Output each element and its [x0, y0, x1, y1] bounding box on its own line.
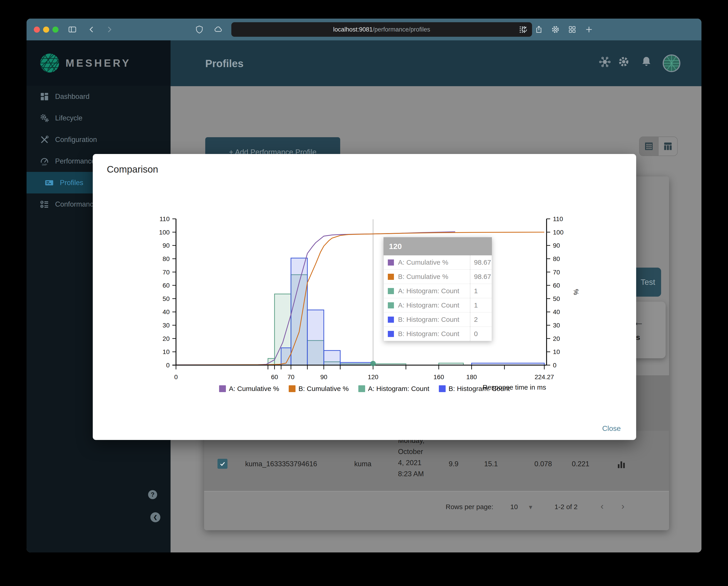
browser-settings-button[interactable] — [548, 22, 563, 37]
close-modal-button[interactable]: Close — [600, 422, 623, 435]
chart-tick-label: 30 — [553, 322, 560, 329]
chart-tick-label: 20 — [163, 335, 170, 342]
chart-tick-label: 10 — [163, 348, 170, 355]
collapse-chevron-icon: ❮ — [153, 514, 157, 520]
tab-overview-button[interactable] — [565, 22, 580, 37]
next-page-button[interactable]: › — [621, 501, 624, 511]
svg-text:SMP: SMP — [42, 163, 47, 165]
chart-tick-label: 90 — [553, 242, 560, 249]
tooltip-row: B: Histogram: Count 2 — [384, 313, 492, 327]
settings-button[interactable] — [617, 55, 630, 69]
avatar-mesh-icon — [663, 54, 680, 72]
plus-icon — [585, 25, 593, 33]
mesh-network-icon — [598, 55, 612, 69]
previous-page-button[interactable]: ‹ — [601, 501, 603, 511]
sidebar-item-configuration[interactable]: Configuration — [27, 129, 171, 150]
chart-tick-label: 0 — [166, 362, 170, 369]
close-window-button[interactable] — [34, 27, 40, 33]
url-host: localhost:9081 — [333, 26, 373, 33]
dots-grid-icon — [518, 25, 526, 33]
grid-view-button[interactable] — [640, 137, 658, 156]
help-question-icon: ? — [151, 491, 155, 498]
table-view-icon — [663, 141, 673, 151]
tooltip-row: A: Histogram: Count 1 — [384, 284, 492, 298]
help-button[interactable]: ? — [148, 490, 157, 499]
legend-swatch — [219, 385, 226, 392]
browser-toolbar: localhost:9081/performance/profiles — [27, 19, 701, 41]
legend-swatch — [289, 385, 295, 392]
chart-tick-label: 80 — [553, 255, 560, 262]
cloud-tab-button[interactable] — [210, 22, 226, 37]
chart-tick-label: 100 — [159, 229, 170, 236]
discover-mesh-button[interactable] — [598, 55, 612, 70]
chart-tick-label: 120 — [368, 373, 379, 380]
chart-tick-label: 100 — [553, 229, 564, 236]
row-chart-button[interactable] — [616, 458, 627, 471]
meshery-logo-icon — [39, 53, 60, 74]
chart-tooltip: 120 A: Cumulative % 98.67 B: Cumulative … — [384, 237, 492, 341]
legend-item[interactable]: A: Cumulative % — [219, 385, 279, 393]
back-button[interactable] — [84, 22, 99, 37]
y-axis-title: % — [572, 289, 580, 295]
user-avatar[interactable] — [663, 54, 680, 73]
minimize-window-button[interactable] — [43, 27, 49, 33]
chart-tick-label: 50 — [553, 295, 560, 302]
chart-tick-label: 30 — [163, 322, 170, 329]
grid-view-icon — [644, 141, 654, 151]
row-date: Monday, October 4, 2021 8:23 AM — [398, 435, 424, 479]
toggle-sidebar-button[interactable] — [64, 22, 80, 37]
row-duration: 15.1 — [480, 460, 502, 468]
chart-tick-label: 90 — [163, 242, 170, 249]
shield-icon — [195, 25, 204, 34]
zoom-window-button[interactable] — [52, 27, 58, 33]
chart-tick-label: 60 — [553, 282, 560, 289]
forward-chevron-icon — [105, 25, 113, 33]
chart-tick-label: 0 — [553, 362, 556, 369]
legend-item[interactable]: B: Cumulative % — [289, 385, 349, 393]
brand-block[interactable]: MESHERY — [27, 41, 171, 86]
tab-groups-button[interactable] — [515, 22, 530, 37]
chart-tick-label: 40 — [163, 309, 170, 316]
tooltip-row: A: Cumulative % 98.67 — [384, 255, 492, 270]
series-swatch — [388, 288, 394, 294]
sidebar-item-label: Lifecycle — [55, 114, 82, 122]
forward-button[interactable] — [102, 22, 117, 37]
comparison-chart[interactable]: 0010102020303040405050606070708080909010… — [93, 154, 636, 440]
chart-tick-label: 224.27 — [535, 373, 554, 380]
sidebar-item-lifecycle[interactable]: Lifecycle — [27, 107, 171, 129]
browser-window: localhost:9081/performance/profiles — [27, 19, 701, 553]
share-button[interactable] — [531, 22, 547, 37]
page-title: Profiles — [205, 57, 243, 70]
histogram-bar — [307, 310, 323, 365]
sidebar-item-dashboard[interactable]: Dashboard — [27, 86, 171, 107]
collapse-sidebar-button[interactable]: ❮ — [150, 512, 160, 522]
notifications-button[interactable] — [640, 55, 653, 69]
legend-item[interactable]: A: Histogram: Count — [358, 385, 429, 393]
series-swatch — [388, 260, 394, 266]
chart-tick-label: 110 — [159, 215, 170, 222]
histogram-bar — [291, 258, 307, 365]
new-tab-button[interactable] — [581, 22, 597, 37]
conformance-checklist-icon — [40, 200, 49, 209]
tooltip-row: B: Histogram: Count 0 — [384, 327, 492, 341]
rows-per-page-select[interactable]: 10 — [510, 503, 518, 511]
chart-tick-label: 70 — [553, 269, 560, 276]
rows-per-page-caret-icon[interactable]: ▾ — [529, 503, 532, 511]
performance-smp-icon: SMP — [40, 157, 49, 166]
sidebar-item-label: Configuration — [55, 136, 97, 144]
table-view-button[interactable] — [658, 137, 677, 156]
sidebar-item-label: Profiles — [60, 179, 83, 187]
chart-tick-label: 160 — [434, 373, 444, 380]
row-checkbox[interactable] — [217, 459, 228, 469]
chart-tick-label: 40 — [553, 309, 560, 316]
legend-item[interactable]: B: Histogram: Count — [439, 385, 510, 393]
chart-tick-label: 50 — [163, 295, 170, 302]
chart-tick-label: 70 — [287, 373, 294, 380]
comparison-modal: Comparison 00101020203030404050506060707… — [93, 154, 636, 440]
address-bar[interactable]: localhost:9081/performance/profiles — [231, 22, 532, 37]
chart-legend: A: Cumulative % B: Cumulative % A: Histo… — [93, 385, 636, 393]
back-chevron-icon — [87, 25, 96, 33]
privacy-shield-button[interactable] — [192, 22, 207, 37]
series-swatch — [388, 302, 394, 309]
gear-icon — [617, 55, 630, 68]
